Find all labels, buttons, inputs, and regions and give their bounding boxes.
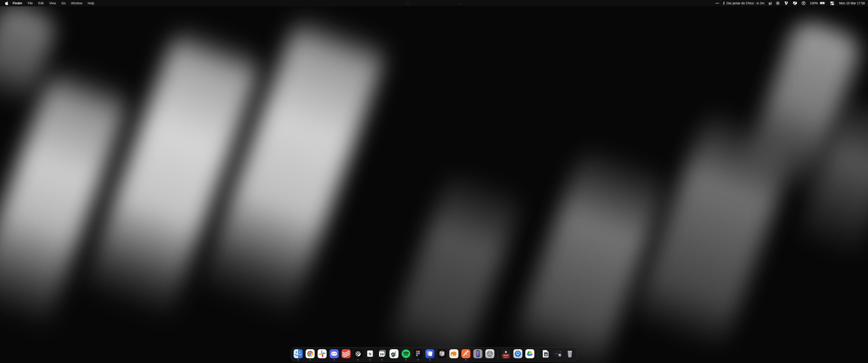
sunburst-icon[interactable] (776, 1, 780, 5)
granola-icon: g (389, 349, 399, 359)
apple-menu[interactable] (3, 1, 10, 5)
dock-item-ivory[interactable] (449, 349, 459, 361)
dock-item-todoist[interactable] (341, 349, 351, 361)
running-indicator (334, 359, 335, 360)
discord-icon (329, 349, 339, 359)
svg-text:g: g (391, 351, 395, 357)
menu-file[interactable]: File (25, 1, 36, 5)
1password-icon[interactable] (802, 1, 806, 5)
calendar-event-text[interactable]: Dar jantar do Chico · in 2m (726, 1, 764, 5)
menu-bar: Finder File Edit View Go Window Help •••… (0, 0, 868, 6)
linear-icon (353, 349, 363, 359)
dock-item-linear[interactable] (353, 349, 363, 361)
document-file-icon (541, 349, 551, 359)
slack-icon (317, 349, 327, 359)
finder-icon (293, 349, 303, 359)
svg-text:N: N (369, 352, 372, 356)
wallpaper-streak (384, 164, 527, 363)
dock-item-notion[interactable]: N (365, 349, 375, 361)
svg-text:11: 11 (559, 355, 561, 356)
dock-item-screenshot-file[interactable]: 11 (553, 349, 563, 361)
dock-item-chrome[interactable] (305, 349, 315, 361)
running-indicator (370, 359, 370, 360)
iphone-mirroring-icon (473, 349, 483, 359)
dock-item-finder[interactable] (293, 349, 303, 361)
running-indicator (430, 359, 430, 360)
figma-icon (413, 349, 423, 359)
dock-item-iphone-mirroring[interactable] (473, 349, 483, 361)
chrome-icon (305, 349, 315, 359)
battery-charging-icon[interactable] (819, 2, 826, 5)
dock-item-system-settings[interactable] (485, 349, 495, 361)
dock-item-document-file[interactable] (541, 349, 551, 361)
dock-item-spotify[interactable] (401, 349, 411, 361)
menu-window[interactable]: Window (68, 1, 85, 5)
battery-percent: 100% (810, 1, 818, 5)
google-drive-icon (525, 349, 535, 359)
system-settings-icon (485, 349, 495, 359)
ivory-mammoth-icon (449, 349, 459, 359)
desktop-wallpaper (0, 0, 868, 363)
dock-divider (498, 350, 498, 360)
raycast-icon: raycast (501, 349, 511, 359)
running-indicator (405, 359, 406, 360)
dock-item-cube-3d[interactable] (437, 349, 447, 361)
wallpaper-streak (510, 140, 673, 363)
granola-icon[interactable]: g (769, 2, 772, 5)
event-indicator-bar (723, 2, 724, 5)
1password-icon (513, 349, 523, 359)
menu-bar-left: Finder File Edit View Go Window Help (0, 1, 97, 5)
dock-item-discord[interactable] (329, 349, 339, 361)
running-indicator (310, 359, 311, 360)
dock-divider (538, 350, 538, 360)
craft-icon (425, 349, 435, 359)
spotify-icon (401, 349, 411, 359)
running-indicator (417, 359, 418, 360)
svg-text:raycast: raycast (503, 354, 509, 356)
overflow-ellipsis-icon[interactable]: ••• (716, 2, 719, 5)
running-indicator (465, 359, 466, 360)
notion-calendar-icon: 10 (377, 349, 387, 359)
dock-item-granola[interactable]: g (389, 349, 399, 361)
dock-item-craft[interactable] (425, 349, 435, 361)
dock-item-raycast[interactable]: raycast (501, 349, 511, 361)
apple-icon (5, 1, 8, 5)
display-mirroring-icon[interactable] (793, 1, 797, 5)
dock-item-trash[interactable] (565, 349, 575, 361)
svg-text:10: 10 (380, 353, 384, 356)
menu-bar-clock[interactable]: Mon 10 Mar 17:58 (839, 1, 865, 5)
calendar-badge-icon: 11 (559, 354, 561, 357)
cube-3d-icon (437, 349, 447, 359)
dock-item-notion-calendar[interactable]: 10 (377, 349, 387, 361)
running-indicator (381, 359, 382, 360)
dock-item-figma[interactable] (413, 349, 423, 361)
dock-item-1password[interactable] (513, 349, 523, 361)
dock: N 10 g (291, 347, 577, 362)
running-indicator (358, 359, 359, 360)
dock-item-google-drive[interactable] (525, 349, 535, 361)
active-app-name[interactable]: Finder (10, 1, 25, 5)
menu-help[interactable]: Help (85, 1, 97, 5)
menu-go[interactable]: Go (59, 1, 68, 5)
control-center-icon[interactable] (830, 1, 834, 5)
dock-item-slack[interactable] (317, 349, 327, 361)
running-indicator (298, 359, 299, 360)
menu-edit[interactable]: Edit (35, 1, 46, 5)
todoist-icon (341, 349, 351, 359)
menu-view[interactable]: View (46, 1, 59, 5)
menu-bar-status: ••• Dar jantar do Chico · in 2m g (716, 1, 868, 5)
postman-icon (461, 349, 471, 359)
pick-shape-icon[interactable] (784, 1, 788, 5)
trash-icon (565, 349, 575, 359)
dock-item-postman[interactable] (461, 349, 471, 361)
screenshot-file-icon: 11 (553, 349, 563, 359)
notion-icon: N (365, 349, 375, 359)
